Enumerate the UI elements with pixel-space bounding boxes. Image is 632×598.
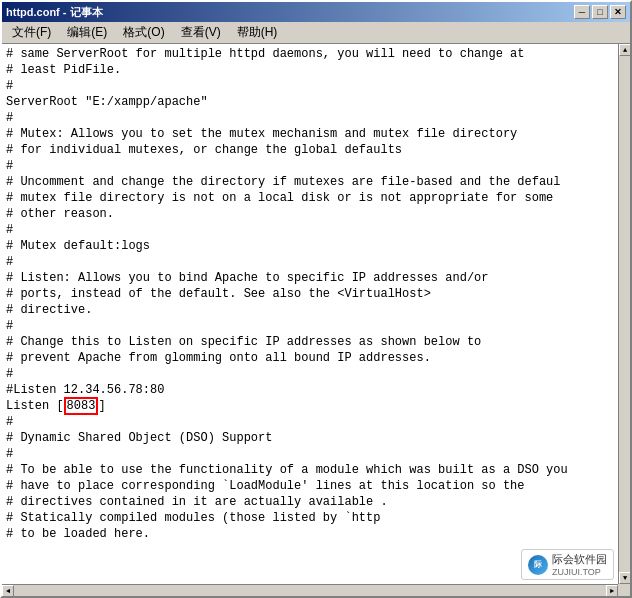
text-line: # To be able to use the functionality of… bbox=[6, 463, 568, 477]
text-line: # bbox=[6, 319, 13, 333]
scroll-track-h[interactable] bbox=[14, 585, 606, 596]
text-line: # Change this to Listen on specific IP a… bbox=[6, 335, 481, 349]
text-line: # for individual mutexes, or change the … bbox=[6, 143, 402, 157]
text-line: # have to place corresponding `LoadModul… bbox=[6, 479, 524, 493]
scroll-left-button[interactable]: ◄ bbox=[2, 585, 14, 596]
scroll-corner bbox=[618, 584, 630, 596]
text-line: # to be loaded here. bbox=[6, 527, 150, 541]
text-line: ServerRoot "E:/xampp/apache" bbox=[6, 95, 208, 109]
watermark-main: 际会软件园 bbox=[552, 552, 607, 567]
text-line: # directives contained in it are actuall… bbox=[6, 495, 388, 509]
text-line: # other reason. bbox=[6, 207, 114, 221]
scroll-track-v[interactable] bbox=[619, 56, 630, 572]
horizontal-scrollbar[interactable]: ◄ ► bbox=[2, 584, 618, 596]
text-line: # ports, instead of the default. See als… bbox=[6, 287, 431, 301]
highlighted-port: 8083 bbox=[64, 397, 99, 415]
menu-file[interactable]: 文件(F) bbox=[4, 22, 59, 43]
text-line: # bbox=[6, 367, 13, 381]
text-line: # directive. bbox=[6, 303, 92, 317]
menu-format[interactable]: 格式(O) bbox=[115, 22, 172, 43]
text-line: # Dynamic Shared Object (DSO) Support bbox=[6, 431, 272, 445]
text-line: # mutex file directory is not on a local… bbox=[6, 191, 553, 205]
scroll-right-button[interactable]: ► bbox=[606, 585, 618, 596]
text-line: # bbox=[6, 111, 13, 125]
text-line: # Mutex default:logs bbox=[6, 239, 150, 253]
text-line: # prevent Apache from glomming onto all … bbox=[6, 351, 431, 365]
watermark: 际 际会软件园 ZUJIUI.TOP bbox=[521, 549, 614, 580]
text-line: # bbox=[6, 79, 13, 93]
title-bar-buttons: ─ □ ✕ bbox=[574, 5, 626, 19]
menu-bar: 文件(F) 编辑(E) 格式(O) 查看(V) 帮助(H) bbox=[2, 22, 630, 44]
text-line: # bbox=[6, 255, 13, 269]
content-area: # same ServerRoot for multiple httpd dae… bbox=[2, 44, 630, 596]
text-line: # Statically compiled modules (those lis… bbox=[6, 511, 380, 525]
text-line: Listen [8083] bbox=[6, 397, 106, 415]
vertical-scrollbar[interactable]: ▲ ▼ bbox=[618, 44, 630, 584]
main-window: httpd.conf - 记事本 ─ □ ✕ 文件(F) 编辑(E) 格式(O)… bbox=[0, 0, 632, 598]
text-line: # same ServerRoot for multiple httpd dae… bbox=[6, 47, 524, 61]
text-line: # bbox=[6, 415, 13, 429]
menu-view[interactable]: 查看(V) bbox=[173, 22, 229, 43]
minimize-button[interactable]: ─ bbox=[574, 5, 590, 19]
text-line: # Uncomment and change the directory if … bbox=[6, 175, 561, 189]
text-line: #Listen 12.34.56.78:80 bbox=[6, 383, 164, 397]
scroll-up-button[interactable]: ▲ bbox=[619, 44, 630, 56]
text-line: # bbox=[6, 159, 13, 173]
text-line: # Mutex: Allows you to set the mutex mec… bbox=[6, 127, 517, 141]
text-line: # least PidFile. bbox=[6, 63, 121, 77]
title-bar: httpd.conf - 记事本 ─ □ ✕ bbox=[2, 2, 630, 22]
close-button[interactable]: ✕ bbox=[610, 5, 626, 19]
scroll-down-button[interactable]: ▼ bbox=[619, 572, 630, 584]
menu-edit[interactable]: 编辑(E) bbox=[59, 22, 115, 43]
watermark-logo: 际 bbox=[528, 555, 548, 575]
text-editor[interactable]: # same ServerRoot for multiple httpd dae… bbox=[2, 44, 618, 584]
window-title: httpd.conf - 记事本 bbox=[6, 5, 574, 20]
maximize-button[interactable]: □ bbox=[592, 5, 608, 19]
text-line: # Listen: Allows you to bind Apache to s… bbox=[6, 271, 488, 285]
watermark-text: 际会软件园 ZUJIUI.TOP bbox=[552, 552, 607, 577]
menu-help[interactable]: 帮助(H) bbox=[229, 22, 286, 43]
watermark-url: ZUJIUI.TOP bbox=[552, 567, 607, 577]
text-line: # bbox=[6, 447, 13, 461]
text-line: # bbox=[6, 223, 13, 237]
